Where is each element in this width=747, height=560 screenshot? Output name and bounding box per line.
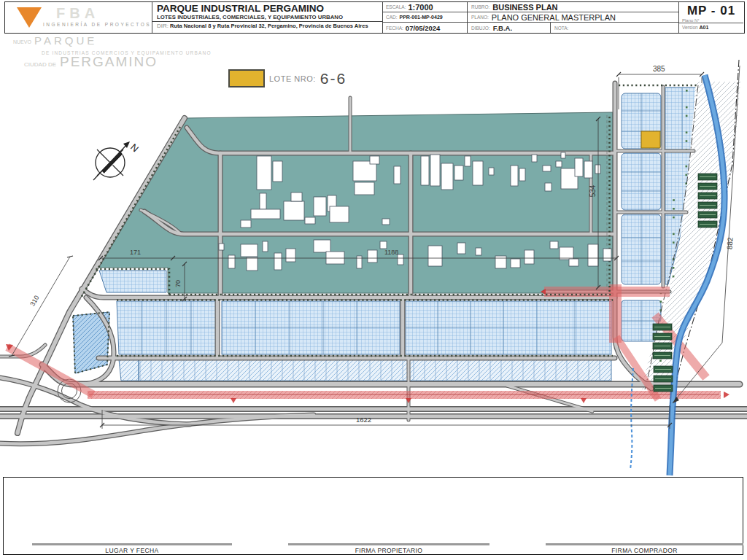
dir-label: DIR: <box>157 23 169 29</box>
company-logo-icon <box>17 7 42 28</box>
nota-label: NOTA: <box>554 26 568 31</box>
dibujo-value: F.B.A. <box>493 24 512 32</box>
signature-label: FIRMA COMPRADOR <box>546 547 743 554</box>
rubro-value: BUSINESS PLAN <box>492 3 557 12</box>
signature-field-propietario: FIRMA PROPIETARIO <box>288 543 489 554</box>
signature-box: LUGAR Y FECHA FIRMA PROPIETARIO FIRMA CO… <box>3 477 743 555</box>
sheet-cell: MP - 01 Plano N° Version A01 <box>679 2 743 33</box>
sheet-number: MP - 01 <box>679 4 743 18</box>
plan-info-cell: RUBRO: BUSINESS PLAN PLANO: PLANO GENERA… <box>468 2 679 33</box>
fecha-value: 07/05/2024 <box>406 24 441 32</box>
legend-swatch <box>228 69 265 88</box>
dim-534: 534 <box>589 184 597 197</box>
lot-block-mid <box>222 301 400 354</box>
dibujo-label: DIBUJO: <box>471 26 490 31</box>
signature-line <box>32 543 232 545</box>
dim-882: 882 <box>725 237 734 250</box>
legend-label: LOTE NRO: <box>269 74 316 83</box>
rubro-label: RUBRO: <box>471 4 489 9</box>
cad-value: PPR-001-MP-0429 <box>400 15 443 20</box>
title-block: FBA INGENIERÍA DE PROYECTOS PARQUE INDUS… <box>4 1 745 34</box>
plano-value: PLANO GENERAL MASTERPLAN <box>492 13 616 22</box>
lot-6-6-highlight <box>641 131 660 148</box>
signature-field-lugar: LUGAR Y FECHA <box>32 543 232 554</box>
dir-value: Ruta Nacional 8 y Ruta Provincial 32, Pe… <box>170 23 368 29</box>
site-plan: 385 534 882 171 1188 70 310 <box>0 0 747 560</box>
lot-block-notch <box>99 271 166 292</box>
masterplan-sheet: 385 534 882 171 1188 70 310 <box>0 0 747 560</box>
watermark-nuevo: NUEVO <box>13 39 31 44</box>
version-label: Version <box>682 25 698 30</box>
escala-label: ESCALA: <box>386 4 406 9</box>
signature-label: FIRMA PROPIETARIO <box>288 547 489 554</box>
legend-value: 6-6 <box>320 70 347 88</box>
dim-1188: 1188 <box>384 249 398 256</box>
project-cell: PARQUE INDUSTRIAL PERGAMINO LOTES INDUST… <box>152 2 383 33</box>
cad-label: CAD: <box>386 15 398 20</box>
strip-lots <box>139 359 611 381</box>
signature-line <box>288 543 489 545</box>
watermark-ciudad: CIUDAD DE <box>24 61 56 68</box>
company-name: FBA <box>56 5 99 22</box>
watermark-pergamino: PERGAMINO <box>60 54 158 70</box>
lot-legend: LOTE NRO: 6-6 <box>228 69 347 88</box>
watermark-parque: PARQUE <box>34 34 97 47</box>
north-arrow: N <box>93 141 141 180</box>
meta-cell: ESCALA: 1:7000 CAD: PPR-001-MP-0429 FECH… <box>383 2 468 33</box>
dim-171: 171 <box>130 249 141 256</box>
project-title: PARQUE INDUSTRIAL PERGAMINO <box>157 3 378 14</box>
version-value: A01 <box>700 25 709 30</box>
signature-line <box>546 543 743 545</box>
north-label: N <box>128 141 141 154</box>
dim-385: 385 <box>653 65 665 73</box>
company-tagline: INGENIERÍA DE PROYECTOS <box>43 22 151 27</box>
signature-field-comprador: FIRMA COMPRADOR <box>546 543 743 554</box>
dim-1622: 1622 <box>356 416 371 424</box>
dim-70: 70 <box>174 280 182 287</box>
dim-310: 310 <box>28 294 40 307</box>
company-logo-cell: FBA INGENIERÍA DE PROYECTOS <box>5 2 152 33</box>
lot-block-right <box>406 301 611 354</box>
escala-value: 1:7000 <box>408 3 433 12</box>
project-subtitle: LOTES INDUSTRIALES, COMERCIALES, Y EQUIP… <box>157 14 378 20</box>
signature-label: LUGAR Y FECHA <box>32 547 232 554</box>
plano-label: PLANO: <box>471 15 489 20</box>
fecha-label: FECHA: <box>386 26 403 31</box>
